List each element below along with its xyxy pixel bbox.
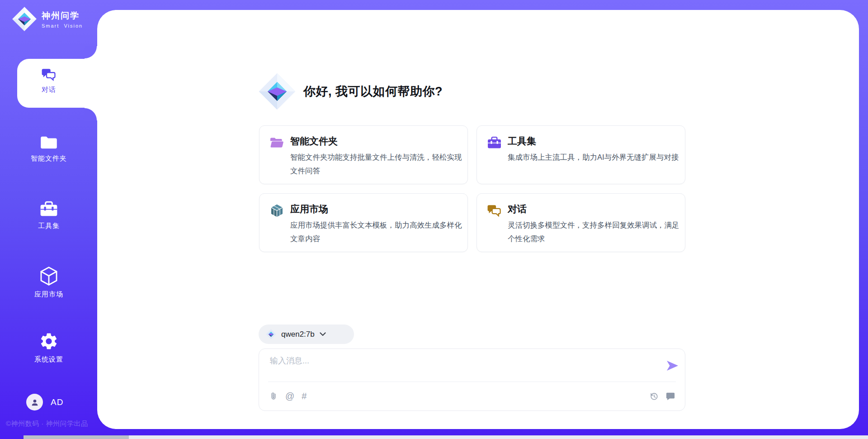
toolbox-icon xyxy=(487,135,502,150)
user-profile[interactable]: AD xyxy=(26,394,63,410)
mention-icon[interactable]: @ xyxy=(285,391,294,401)
history-icon[interactable] xyxy=(649,391,659,401)
card-app-market[interactable]: 应用市场 应用市场提供丰富长文本模板，助力高效生成多样化文章内容 xyxy=(259,193,468,252)
brand-subtitle: Smart Vision xyxy=(42,23,83,29)
cube-grid-icon xyxy=(269,203,284,218)
feature-cards: 智能文件夹 智能文件夹功能支持批量文件上传与清洗，轻松实现文件问答 工具集 集成… xyxy=(259,125,685,252)
message-input[interactable] xyxy=(269,354,646,380)
main-content-surface: 你好, 我可以如何帮助你? 智能文件夹 智能文件夹功能支持批量文件上传与清洗，轻… xyxy=(97,10,859,429)
card-description: 智能文件夹功能支持批量文件上传与清洗，轻松实现文件问答 xyxy=(290,150,464,177)
toolbox-icon xyxy=(39,200,58,218)
greeting-block: 你好, 我可以如何帮助你? xyxy=(258,72,443,110)
card-chat[interactable]: 对话 灵活切换多模型文件，支持多样回复效果调试，满足个性化需求 xyxy=(476,193,685,252)
sidebar-item-app-market[interactable]: 应用市场 xyxy=(4,266,94,299)
greeting-text: 你好, 我可以如何帮助你? xyxy=(303,83,443,100)
toolbar-left: @ # xyxy=(269,391,307,401)
card-title: 对话 xyxy=(508,203,527,215)
horizontal-scrollbar[interactable] xyxy=(24,435,868,439)
card-title: 应用市场 xyxy=(290,203,328,215)
avatar xyxy=(26,394,43,410)
sidebar-item-smart-folder[interactable]: 智能文件夹 xyxy=(4,135,94,163)
gear-icon xyxy=(39,331,59,351)
sidebar-item-label: 系统设置 xyxy=(34,355,63,364)
model-diamond-icon xyxy=(266,329,276,339)
chat-bubbles-icon xyxy=(487,203,502,218)
folder-icon xyxy=(40,135,58,150)
chat-bubbles-icon xyxy=(41,68,57,81)
person-icon xyxy=(30,397,40,407)
model-selector[interactable]: qwen2:7b xyxy=(259,324,354,344)
sidebar-item-toolset[interactable]: 工具集 xyxy=(4,200,94,230)
sidebar-item-label: 对话 xyxy=(42,86,56,94)
brand-text: 神州问学 Smart Vision xyxy=(42,10,83,29)
composer-toolbar: @ # xyxy=(269,388,675,404)
card-smart-folder[interactable]: 智能文件夹 智能文件夹功能支持批量文件上传与清洗，轻松实现文件问答 xyxy=(259,125,468,184)
card-description: 集成市场上主流工具，助力AI与外界无缝扩展与对接 xyxy=(508,150,681,164)
chevron-down-icon xyxy=(320,332,326,336)
sidebar-item-label: 智能文件夹 xyxy=(31,154,67,163)
scrollbar-thumb[interactable] xyxy=(24,435,129,439)
message-composer: @ # xyxy=(259,348,685,411)
copyright-text: ©神州数码 · 神州问学出品 xyxy=(6,420,88,428)
cube-icon xyxy=(40,266,58,286)
sidebar-item-label: 工具集 xyxy=(38,222,60,230)
composer-divider xyxy=(268,382,676,382)
send-icon[interactable] xyxy=(666,361,679,371)
card-toolset[interactable]: 工具集 集成市场上主流工具，助力AI与外界无缝扩展与对接 xyxy=(476,125,685,184)
comment-icon[interactable] xyxy=(666,392,675,401)
brand-diamond-icon xyxy=(258,72,296,110)
card-title: 工具集 xyxy=(508,135,536,148)
toolbar-right xyxy=(649,391,675,401)
card-description: 灵活切换多模型文件，支持多样回复效果调试，满足个性化需求 xyxy=(508,218,681,245)
brand-name: 神州问学 xyxy=(42,10,83,22)
app-window: 你好, 我可以如何帮助你? 智能文件夹 智能文件夹功能支持批量文件上传与清洗，轻… xyxy=(0,0,868,439)
sidebar-item-chat[interactable]: 对话 xyxy=(4,68,94,94)
user-initials: AD xyxy=(51,397,63,407)
folder-open-icon xyxy=(269,135,284,150)
brand-diamond-icon xyxy=(12,6,37,32)
card-title: 智能文件夹 xyxy=(290,135,338,148)
sidebar-item-settings[interactable]: 系统设置 xyxy=(4,331,94,364)
hashtag-icon[interactable]: # xyxy=(302,391,307,401)
model-name: qwen2:7b xyxy=(281,330,315,339)
tab-fillet-bottom xyxy=(85,108,97,120)
sidebar-item-label: 应用市场 xyxy=(34,290,63,299)
brand-logo: 神州问学 Smart Vision xyxy=(12,6,83,32)
tab-fillet-top xyxy=(85,46,97,59)
attachment-icon[interactable] xyxy=(269,391,278,401)
card-description: 应用市场提供丰富长文本模板，助力高效生成多样化文章内容 xyxy=(290,218,464,245)
